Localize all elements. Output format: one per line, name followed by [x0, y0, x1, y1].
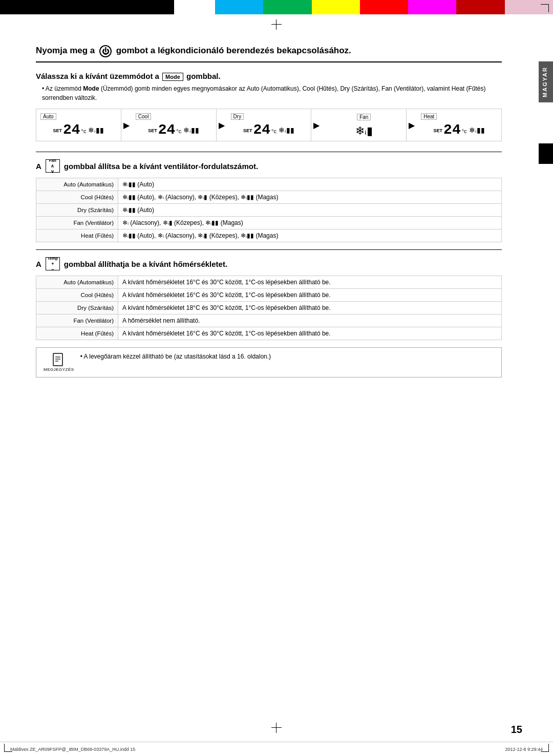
fan-button-icon: Fan ∧ ∨	[46, 159, 60, 173]
language-tab: MAGYAR	[539, 61, 553, 102]
section-fan-title: A Fan ∧ ∨ gombbal állítsa be a kívánt ve…	[36, 159, 502, 173]
color-yellow	[312, 0, 360, 14]
main-content: Nyomja meg a ⏻ gombot a légkondicionáló …	[0, 14, 538, 408]
arrow-1: ▶	[121, 120, 132, 130]
set-label-dry: SET	[243, 128, 252, 133]
footer: Maldives ZE_AR09FSFP@_IBIM_DB68-03379A_H…	[0, 742, 553, 756]
temp-heat: 24	[443, 122, 461, 138]
divider-1	[36, 152, 502, 152]
fan-icon-auto: ❄ᵢ▮▮	[88, 126, 104, 134]
fan-mode-2: Cool (Hűtés)	[36, 191, 118, 204]
temp-unit-dry: °c	[271, 128, 276, 134]
table-row: Auto (Automatikus) A kívánt hőmérséklete…	[36, 276, 502, 289]
section2-title: Válassza ki a kívánt üzemmódot a Mode go…	[36, 72, 502, 81]
panel-dry: Dry SET 24 °c ❄ᵢ▮▮	[227, 109, 312, 141]
temp-mode-2: Cool (Hűtés)	[36, 289, 118, 302]
panel-dry-display: SET 24 °c ❄ᵢ▮▮	[231, 122, 307, 138]
section-temp-title-text: gombbal állíthatja be a kívánt hőmérsékl…	[64, 260, 227, 268]
top-bar-colors	[215, 0, 553, 14]
footer-left: Maldives ZE_AR09FSFP@_IBIM_DB68-03379A_H…	[10, 747, 135, 752]
note-text-content: A levegőáram kézzel állítható be (az uta…	[84, 353, 271, 360]
page-number: 15	[511, 724, 522, 736]
top-bar-black	[0, 0, 174, 14]
temp-desc-4: A hőmérséklet nem állítható.	[118, 314, 502, 327]
temp-desc-1: A kívánt hőmérsékletet 16°C és 30°C közö…	[118, 276, 502, 289]
temp-unit-auto: °c	[81, 128, 87, 134]
color-red	[360, 0, 408, 14]
temp-desc-3: A kívánt hőmérsékletet 18°C és 30°C közö…	[118, 302, 502, 314]
fan-desc-5: ❄ᵢ▮▮ (Auto), ❄ᵢ (Alacsony), ❄ᵢ▮ (Közepes…	[118, 229, 502, 242]
section2-bullet: • Az üzemmód Mode (Üzemmód) gomb minden …	[42, 84, 502, 102]
table-row: Dry (Szárítás) A kívánt hőmérsékletet 18…	[36, 302, 502, 314]
temp-desc-2: A kívánt hőmérsékletet 16°C és 30°C közö…	[118, 289, 502, 302]
set-label-heat: SET	[434, 128, 443, 133]
temp-table: Auto (Automatikus) A kívánt hőmérséklete…	[36, 276, 502, 340]
right-tab-black	[539, 143, 553, 164]
panel-fan-label: Fan	[357, 114, 371, 120]
a-badge-fan: A	[36, 162, 41, 171]
top-color-bar	[0, 0, 553, 14]
arrow-3: ▶	[311, 120, 322, 130]
section-fan-title-text: gombbal állítsa be a kívánt ventilátor-f…	[64, 162, 258, 171]
table-row: Fan (Ventilátor) ❄ᵢ (Alacsony), ❄ᵢ▮ (Köz…	[36, 217, 502, 229]
temp-auto: 24	[63, 122, 80, 138]
panel-cool-label: Cool	[136, 113, 152, 120]
table-row: Dry (Szárítás) ❄ᵢ▮▮ (Auto)	[36, 204, 502, 217]
table-row: Heat (Fűtés) A kívánt hőmérsékletet 16°C…	[36, 327, 502, 340]
fan-desc-2: ❄ᵢ▮▮ (Auto), ❄ᵢ (Alacsony), ❄ᵢ▮ (Közepes…	[118, 191, 502, 204]
display-panels: Auto SET 24 °c ❄ᵢ▮▮ ▶ Cool SET 24 °c ❄ᵢ▮…	[36, 109, 502, 141]
temp-desc-5: A kívánt hőmérsékletet 16°C és 30°C közö…	[118, 327, 502, 340]
temp-mode-1: Auto (Automatikus)	[36, 276, 118, 289]
footer-right: 2012-12-8 9:29:44	[505, 747, 543, 752]
crosshair-bottom	[271, 723, 282, 733]
panel-heat-label: Heat	[421, 113, 437, 120]
crop-mark-tr	[541, 4, 549, 12]
color-green	[263, 0, 311, 14]
note-label: MEGJEGYZÉS	[44, 367, 74, 372]
panel-auto: Auto SET 24 °c ❄ᵢ▮▮	[36, 109, 121, 141]
fan-mode-5: Heat (Fűtés)	[36, 229, 118, 242]
fan-desc-4: ❄ᵢ (Alacsony), ❄ᵢ▮ (Közepes), ❄ᵢ▮▮ (Maga…	[118, 217, 502, 229]
mode-badge: Mode	[162, 73, 183, 81]
section1-title: Nyomja meg a ⏻ gombot a légkondicionáló …	[36, 45, 502, 62]
fan-mode-3: Dry (Szárítás)	[36, 204, 118, 217]
table-row: Fan (Ventilátor) A hőmérséklet nem állít…	[36, 314, 502, 327]
a-badge-temp: A	[36, 260, 41, 268]
crosshair-top	[271, 19, 282, 30]
power-icon: ⏻	[99, 45, 112, 57]
section-temp-title: A Temp + − gombbal állíthatja be a kíván…	[36, 257, 502, 270]
panel-heat-display: SET 24 °c ❄ᵢ▮▮	[421, 122, 497, 138]
fan-mode-1: Auto (Automatikus)	[36, 178, 118, 191]
note-box: MEGJEGYZÉS • A levegőáram kézzel állítha…	[36, 347, 502, 377]
color-darkred	[456, 0, 504, 14]
top-bar-white	[174, 0, 215, 14]
note-text: • A levegőáram kézzel állítható be (az u…	[80, 353, 271, 360]
temp-unit-cool: °c	[176, 128, 181, 134]
temp-unit-heat: °c	[462, 128, 467, 134]
fan-icon-dry: ❄ᵢ▮▮	[279, 126, 294, 134]
table-row: Cool (Hűtés) A kívánt hőmérsékletet 16°C…	[36, 289, 502, 302]
fan-desc-1: ❄ᵢ▮▮ (Auto)	[118, 178, 502, 191]
arrow-4: ▶	[407, 120, 417, 130]
set-label-cool: SET	[148, 128, 157, 133]
color-magenta	[408, 0, 456, 14]
panel-dry-label: Dry	[231, 113, 244, 120]
temp-mode-4: Fan (Ventilátor)	[36, 314, 118, 327]
panel-fan: Fan ❄ᵢ▮	[322, 110, 407, 141]
arrow-2: ▶	[217, 120, 227, 130]
fan-speed-table: Auto (Automatikus) ❄ᵢ▮▮ (Auto) Cool (Hűt…	[36, 178, 502, 242]
note-document-icon	[52, 353, 66, 367]
temp-mode-5: Heat (Fűtés)	[36, 327, 118, 340]
table-row: Auto (Automatikus) ❄ᵢ▮▮ (Auto)	[36, 178, 502, 191]
table-row: Heat (Fűtés) ❄ᵢ▮▮ (Auto), ❄ᵢ (Alacsony),…	[36, 229, 502, 242]
panel-cool: Cool SET 24 °c ❄ᵢ▮▮	[132, 109, 217, 141]
temp-button-icon: Temp + −	[46, 257, 60, 270]
table-row: Cool (Hűtés) ❄ᵢ▮▮ (Auto), ❄ᵢ (Alacsony),…	[36, 191, 502, 204]
color-cyan	[215, 0, 263, 14]
fan-icon-heat: ❄ᵢ▮▮	[469, 126, 485, 134]
panel-auto-display: SET 24 °c ❄ᵢ▮▮	[40, 122, 117, 138]
panel-fan-icon: ❄ᵢ▮	[326, 124, 402, 138]
fan-mode-4: Fan (Ventilátor)	[36, 217, 118, 229]
fan-icon-cool: ❄ᵢ▮▮	[183, 126, 199, 134]
set-label-auto: SET	[53, 128, 62, 133]
